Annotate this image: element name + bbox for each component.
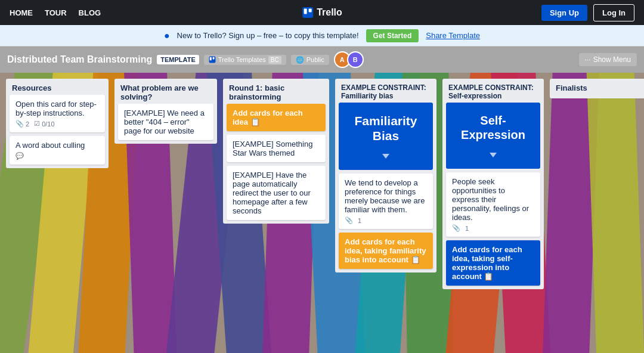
card-starwars[interactable]: [EXAMPLE] Something Star Wars themed (227, 135, 326, 162)
svg-rect-5 (212, 57, 214, 60)
card-meta: 📎 1 (345, 216, 427, 224)
nav-left: HOME TOUR BLOG (10, 8, 101, 17)
signup-banner: ● New to Trello? Sign up – free – to cop… (0, 25, 644, 47)
card-text: People seek opportunities to express the… (452, 177, 529, 222)
trello-logo-text: Trello (317, 7, 342, 18)
list-selfexpression: EXAMPLE CONSTRAINT: Self-expression Self… (442, 79, 544, 289)
trello-templates-label: Trello Templates (218, 56, 266, 63)
card-text: A word about culling (16, 141, 85, 150)
svg-rect-4 (210, 57, 212, 60)
comment-icon: 💬 (16, 152, 24, 160)
list-header-familiarity: EXAMPLE CONSTRAINT: Familiarity bias (335, 79, 436, 103)
list-cards-round1: Add cards for each idea 📋 [EXAMPLE] Some… (223, 104, 329, 224)
share-template-link[interactable]: Share Template (426, 31, 480, 40)
trello-templates-badge[interactable]: Trello Templates BC (204, 55, 286, 65)
card-text: Add cards for each idea 📋 (233, 109, 303, 126)
banner-text: New to Trello? Sign up – free – to copy … (177, 31, 359, 40)
card-add-idea[interactable]: Add cards for each idea 📋 (227, 104, 326, 131)
board-background: Resources Open this card for step-by-ste… (0, 73, 644, 353)
svg-rect-1 (304, 9, 307, 14)
card-meta: 📎 2 ☑ 0/10 (16, 120, 99, 128)
board-header-left: Distributed Team Brainstorming TEMPLATE … (7, 51, 364, 68)
card-selfexpr-add[interactable]: Add cards for each idea, taking self-exp… (446, 240, 540, 286)
card-familiarity-add[interactable]: Add cards for each idea, taking familiar… (339, 233, 433, 269)
paperclip-icon: 📎 (16, 120, 24, 128)
list-header-resources: Resources (6, 79, 109, 95)
card-familiarity-header[interactable]: Familiarity Bias (339, 103, 433, 170)
list-problem: What problem are we solving? [EXAMPLE] W… (114, 79, 217, 144)
card-instructions[interactable]: Open this card for step-by-step instruct… (10, 95, 105, 132)
selfexpr-title: Self-Expression (452, 113, 534, 142)
board-members: A B (334, 51, 364, 68)
nav-link-home[interactable]: HOME (10, 8, 33, 17)
card-familiarity-desc[interactable]: We tend to develop a preference for thin… (339, 174, 433, 229)
card-text: [EXAMPLE] We need a better "404 – error"… (124, 109, 205, 135)
banner-dot-icon: ● (164, 30, 170, 41)
lists-container: Resources Open this card for step-by-ste… (0, 73, 644, 353)
card-text: [EXAMPLE] Have the page automatically re… (233, 171, 311, 215)
card-selfexpr-header[interactable]: Self-Expression (446, 103, 540, 169)
svg-rect-2 (309, 9, 312, 13)
attachments-count: 📎 2 (16, 120, 29, 128)
card-text: Open this card for step-by-step instruct… (16, 100, 97, 117)
trello-icon (302, 7, 314, 18)
card-text: We tend to develop a preference for thin… (345, 178, 425, 214)
list-familiarity: EXAMPLE CONSTRAINT: Familiarity bias Fam… (335, 79, 436, 273)
trello-small-icon (209, 56, 216, 63)
paperclip-icon: 📎 (345, 216, 353, 224)
checkbox-icon: ☑ (34, 120, 40, 128)
login-button[interactable]: Log In (593, 4, 634, 21)
trello-logo-card2 (452, 148, 534, 162)
list-cards-resources: Open this card for step-by-step instruct… (6, 95, 109, 168)
list-header-finalists: Finalists (550, 79, 644, 95)
top-nav: HOME TOUR BLOG Trello Sign Up Log In (0, 0, 644, 25)
board-header: Distributed Team Brainstorming TEMPLATE … (0, 47, 644, 73)
list-resources: Resources Open this card for step-by-ste… (6, 79, 109, 168)
list-header-round1: Round 1: basic brainstorming (223, 79, 329, 104)
list-header-selfexpression: EXAMPLE CONSTRAINT: Self-expression (442, 79, 544, 103)
card-selfexpr-desc[interactable]: People seek opportunities to express the… (446, 172, 540, 237)
nav-right: Sign Up Log In (541, 4, 634, 21)
public-badge: 🌐 Public (291, 55, 329, 65)
globe-icon: 🌐 (296, 56, 304, 64)
public-label: Public (306, 56, 324, 63)
board-title: Distributed Team Brainstorming (7, 54, 152, 65)
trello-logo-card (345, 149, 427, 163)
list-header-problem: What problem are we solving? (114, 79, 217, 104)
dots-icon: ··· (585, 55, 591, 64)
list-finalists: Finalists (550, 79, 644, 98)
familiarity-title: Familiarity Bias (345, 113, 427, 143)
signup-button[interactable]: Sign Up (541, 5, 587, 21)
show-menu-label: Show Menu (593, 55, 631, 64)
checklist-count: ☑ 0/10 (34, 120, 54, 128)
card-meta: 💬 (16, 152, 99, 160)
show-menu-button[interactable]: ··· Show Menu (579, 53, 637, 66)
list-round1: Round 1: basic brainstorming Add cards f… (223, 79, 329, 224)
template-badge: TEMPLATE (157, 55, 199, 64)
paperclip-icon: 📎 (452, 224, 460, 232)
avatar-2: B (347, 51, 364, 68)
card-text: Add cards for each idea, taking self-exp… (452, 245, 522, 281)
card-redirect[interactable]: [EXAMPLE] Have the page automatically re… (227, 166, 326, 220)
card-text: Add cards for each idea, taking familiar… (345, 237, 426, 264)
card-404[interactable]: [EXAMPLE] We need a better "404 – error"… (118, 104, 213, 140)
list-cards-selfexpression: Self-Expression People seek opportunitie… (442, 103, 544, 289)
card-text: [EXAMPLE] Something Star Wars themed (233, 140, 312, 157)
nav-link-tour[interactable]: TOUR (45, 8, 67, 17)
card-culling[interactable]: A word about culling 💬 (10, 136, 105, 165)
trello-logo: Trello (302, 7, 342, 18)
bc-badge: BC (268, 56, 281, 64)
nav-link-blog[interactable]: BLOG (79, 8, 101, 17)
list-cards-finalists (550, 95, 644, 98)
list-cards-problem: [EXAMPLE] We need a better "404 – error"… (114, 104, 217, 144)
list-cards-familiarity: Familiarity Bias We tend to develop a pr… (335, 103, 436, 273)
get-started-button[interactable]: Get Started (366, 29, 419, 42)
card-meta: 📎 1 (452, 224, 534, 232)
